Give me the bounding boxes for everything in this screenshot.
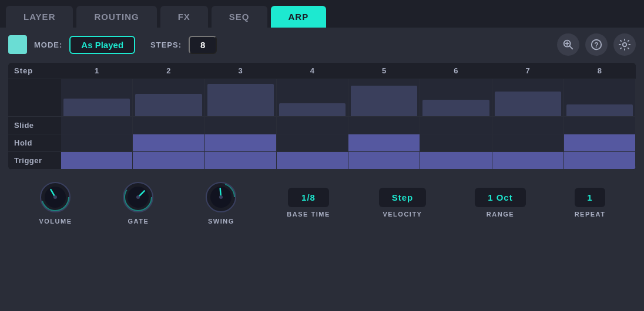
grid-header-2: 2	[133, 63, 204, 79]
swing-knob[interactable]	[204, 180, 238, 214]
trigger-cell-4[interactable]	[277, 152, 348, 169]
pitch-bar-6	[422, 100, 489, 116]
pitch-bar-5	[351, 86, 417, 116]
range-button[interactable]: 1 Oct	[475, 188, 526, 207]
range-label: RANGE	[487, 211, 514, 218]
hold-cell-8[interactable]	[564, 134, 636, 151]
trigger-cell-7[interactable]	[492, 152, 564, 169]
trigger-cell-8[interactable]	[564, 152, 636, 169]
mode-row: MODE: As Played STEPS: 8 ?	[8, 33, 636, 56]
hold-cell-3[interactable]	[205, 134, 277, 151]
grid-header-7: 7	[492, 63, 564, 79]
swing-label: SWING	[208, 218, 234, 225]
slide-cell-8[interactable]	[564, 117, 636, 134]
mode-value-button[interactable]: As Played	[69, 36, 135, 54]
svg-point-9	[53, 195, 57, 199]
pitch-cell-2[interactable]	[133, 79, 204, 116]
slide-row: Slide	[8, 117, 636, 134]
mode-label: MODE:	[34, 40, 62, 49]
mode-icons: ?	[557, 33, 636, 56]
help-icon: ?	[590, 38, 603, 51]
velocity-control: Step VELOCITY	[379, 188, 427, 218]
help-icon-button[interactable]: ?	[585, 33, 608, 56]
volume-knob[interactable]	[38, 180, 72, 214]
zoom-in-icon	[562, 38, 575, 51]
gate-knob[interactable]	[121, 180, 155, 214]
pitch-bar-3	[207, 84, 274, 116]
hold-cell-2[interactable]	[133, 134, 204, 151]
base-time-button[interactable]: 1/8	[288, 188, 329, 207]
slide-cell-7[interactable]	[492, 117, 564, 134]
volume-knob-svg	[38, 180, 72, 214]
mode-color-square[interactable]	[8, 35, 27, 54]
pitch-bar-4	[279, 103, 346, 116]
pitch-cell-5[interactable]	[348, 79, 420, 116]
repeat-button[interactable]: 1	[575, 188, 605, 207]
zoom-in-icon-button[interactable]	[557, 33, 579, 56]
volume-control: VOLUME	[38, 180, 72, 225]
svg-line-1	[569, 46, 572, 49]
pitch-row	[8, 79, 636, 117]
hold-cell-1[interactable]	[61, 134, 133, 151]
pitch-cell-7[interactable]	[492, 79, 564, 116]
pitch-cell-6[interactable]	[420, 79, 492, 116]
gate-control: GATE	[121, 180, 155, 225]
pitch-cell-1[interactable]	[61, 79, 133, 116]
pitch-bar-1	[63, 99, 130, 116]
slide-cell-2[interactable]	[133, 117, 204, 134]
pitch-cell-8[interactable]	[564, 79, 636, 116]
repeat-label: REPEAT	[575, 211, 606, 218]
grid-header: Step 1 2 3 4 5 6 7 8	[8, 63, 636, 79]
hold-cell-7[interactable]	[492, 134, 564, 151]
grid-header-5: 5	[348, 63, 420, 79]
bottom-controls: VOLUME GATE	[8, 178, 636, 225]
steps-value-button[interactable]: 8	[189, 36, 217, 54]
svg-point-13	[136, 195, 140, 199]
tab-bar: LAYER ROUTING FX SEQ ARP	[0, 0, 644, 28]
pitch-bar-7	[495, 92, 561, 116]
trigger-label: Trigger	[8, 152, 61, 169]
trigger-row: Trigger	[8, 152, 636, 170]
volume-label: VOLUME	[39, 218, 72, 225]
tab-fx[interactable]: FX	[160, 6, 208, 28]
hold-label: Hold	[8, 134, 61, 151]
pitch-cell-4[interactable]	[277, 79, 348, 116]
velocity-button[interactable]: Step	[379, 188, 427, 207]
hold-cell-6[interactable]	[420, 134, 492, 151]
tab-arp[interactable]: ARP	[271, 6, 327, 28]
gate-knob-svg	[121, 180, 155, 214]
settings-icon	[618, 38, 631, 51]
grid-header-1: 1	[61, 63, 133, 79]
main-panel: MODE: As Played STEPS: 8 ?	[0, 28, 644, 311]
svg-point-6	[623, 43, 626, 46]
tab-layer[interactable]: LAYER	[6, 6, 73, 28]
trigger-cell-2[interactable]	[133, 152, 204, 169]
slide-cell-4[interactable]	[277, 117, 348, 134]
tab-routing[interactable]: ROUTING	[76, 6, 156, 28]
repeat-control: 1 REPEAT	[575, 188, 606, 218]
grid-header-4: 4	[277, 63, 348, 79]
settings-icon-button[interactable]	[613, 33, 636, 56]
gate-label: GATE	[128, 218, 149, 225]
app-container: LAYER ROUTING FX SEQ ARP MODE: As Played…	[0, 0, 644, 311]
slide-cell-5[interactable]	[348, 117, 420, 134]
range-control: 1 Oct RANGE	[475, 188, 526, 218]
slide-cell-1[interactable]	[61, 117, 133, 134]
hold-row: Hold	[8, 134, 636, 152]
hold-cell-5[interactable]	[348, 134, 420, 151]
pitch-row-label	[8, 79, 61, 116]
swing-control: SWING	[204, 180, 238, 225]
tab-seq[interactable]: SEQ	[212, 6, 267, 28]
slide-cell-6[interactable]	[420, 117, 492, 134]
pitch-cell-3[interactable]	[205, 79, 277, 116]
steps-label: STEPS:	[150, 40, 182, 49]
hold-cell-4[interactable]	[277, 134, 348, 151]
swing-knob-svg	[204, 180, 238, 214]
slide-cell-3[interactable]	[205, 117, 277, 134]
trigger-cell-3[interactable]	[205, 152, 277, 169]
trigger-cell-6[interactable]	[420, 152, 492, 169]
svg-text:?: ?	[594, 41, 598, 49]
grid-header-step: Step	[8, 63, 61, 79]
trigger-cell-5[interactable]	[348, 152, 420, 169]
trigger-cell-1[interactable]	[61, 152, 133, 169]
